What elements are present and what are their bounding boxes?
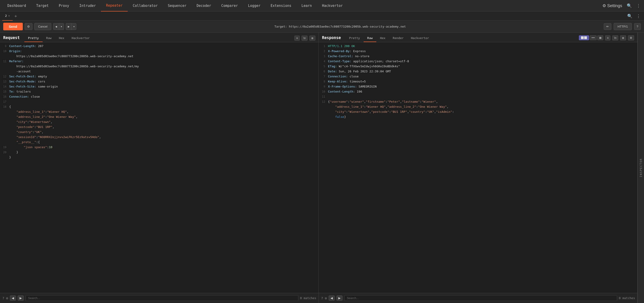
toolbar-right: ✏ HTTP/1 ? bbox=[604, 23, 641, 30]
response-gear-icon[interactable]: ⚙ bbox=[628, 35, 634, 40]
inspector-strip: INSPECTOR bbox=[638, 33, 644, 303]
table-row: 1 HTTP/1.1 200 OK bbox=[319, 44, 637, 49]
response-title: Response bbox=[322, 35, 341, 42]
table-row: 17 bbox=[0, 99, 318, 104]
table-row: 6 Date: Sun, 26 Feb 2023 22:39:04 GMT bbox=[319, 69, 637, 74]
nav-item-learn[interactable]: Learn bbox=[296, 0, 317, 11]
request-search-back-icon[interactable]: ◀ bbox=[10, 296, 16, 301]
request-panel: Request Pretty Raw Hex Hackvertor ≡ \n ≣… bbox=[0, 33, 319, 303]
layout-horizontal-icon[interactable]: ━━ bbox=[590, 35, 596, 40]
tab-bar-right: 🔍 ⋮ bbox=[626, 12, 642, 20]
response-tab-hackvertor[interactable]: Hackvertor bbox=[407, 35, 433, 42]
menu-button[interactable]: ⋮ bbox=[635, 2, 642, 9]
request-search-gear-icon[interactable]: ⚙ bbox=[6, 296, 8, 300]
response-wrap-icon[interactable]: ≣ bbox=[620, 35, 626, 40]
protocol-button[interactable]: HTTP/1 bbox=[614, 23, 632, 30]
layout-split-icon[interactable]: ⬜⬜ bbox=[579, 35, 589, 40]
response-search-bar: ? ⚙ ◀ ▶ 0 matches bbox=[319, 293, 637, 303]
toolbar-target: Target: https://0a2a005d03ae0ec7c0807732… bbox=[78, 25, 602, 28]
cancel-button[interactable]: Cancel bbox=[34, 23, 51, 30]
table-row: "postcode":"BU1 1RP", bbox=[0, 124, 318, 130]
request-format-icon[interactable]: ≡ bbox=[294, 36, 300, 41]
fwd-dropdown-icon[interactable]: ▾ bbox=[72, 23, 76, 30]
response-tab-pretty[interactable]: Pretty bbox=[346, 35, 364, 42]
table-row: 16 Connection: close bbox=[0, 94, 318, 99]
table-row: 14 Sec-Fetch-Site: same-origin bbox=[0, 84, 318, 89]
layout-buttons: ⬜⬜ ━━ ▦ bbox=[579, 35, 603, 40]
table-row: 8 Keep-Alive: timeout=5 bbox=[319, 79, 637, 84]
table-row: 13 Sec-Fetch-Mode: cors bbox=[0, 79, 318, 84]
response-search-gear-icon[interactable]: ⚙ bbox=[325, 296, 326, 300]
request-tab-pretty[interactable]: Pretty bbox=[24, 35, 42, 42]
tab-bar: 2 × + 🔍 ⋮ bbox=[0, 11, 644, 21]
request-newline-icon[interactable]: \n bbox=[302, 36, 308, 41]
table-row: 11 bbox=[319, 94, 637, 99]
nav-item-collaborator[interactable]: Collaborator bbox=[128, 0, 162, 11]
response-newline-icon[interactable]: \n bbox=[612, 35, 618, 40]
response-panel: Response Pretty Raw Hex Render Hackverto… bbox=[319, 33, 638, 303]
response-search-fwd-icon[interactable]: ▶ bbox=[336, 296, 342, 301]
add-tab-button[interactable]: + bbox=[13, 13, 19, 18]
back-button[interactable]: ◀ bbox=[53, 23, 59, 30]
response-tab-raw[interactable]: Raw bbox=[364, 35, 376, 42]
nav-item-intruder[interactable]: Intruder bbox=[74, 0, 101, 11]
nav-item-target[interactable]: Target bbox=[31, 0, 54, 11]
request-tab-hex[interactable]: Hex bbox=[55, 35, 68, 42]
nav-item-hackvertor[interactable]: Hackvertor bbox=[317, 0, 348, 11]
request-search-bar: ? ⚙ ◀ ▶ 0 matches bbox=[0, 293, 318, 303]
response-search-input[interactable] bbox=[344, 295, 617, 301]
nav-item-dashboard[interactable]: Dashboard bbox=[2, 0, 31, 11]
table-row: 5 ETag: W/"c4-TfXGwv5mIdwjvh6GKeI0oBDdk4… bbox=[319, 64, 637, 69]
request-wrap-icon[interactable]: ≣ bbox=[309, 36, 315, 41]
response-code-area[interactable]: 1 HTTP/1.1 200 OK 2 X-Powered-By: Expres… bbox=[319, 42, 637, 293]
response-tab-hex[interactable]: Hex bbox=[376, 35, 389, 42]
nav-fwd-group[interactable]: ▶ ▾ bbox=[66, 23, 76, 30]
edit-target-icon[interactable]: ✏ bbox=[604, 23, 611, 30]
back-dropdown-icon[interactable]: ▾ bbox=[59, 23, 64, 30]
table-row: 12 {"username":"wiener","firstname":"Pet… bbox=[319, 99, 637, 119]
table-row: 12 Sec-Fetch-Dest: empty bbox=[0, 74, 318, 79]
request-search-input[interactable] bbox=[26, 295, 298, 301]
send-button[interactable]: Send bbox=[3, 23, 23, 30]
nav-back-group[interactable]: ◀ ▾ bbox=[53, 23, 64, 30]
request-search-fwd-icon[interactable]: ▶ bbox=[18, 296, 24, 301]
nav-item-sequencer[interactable]: Sequencer bbox=[163, 0, 192, 11]
nav-right: ⚙ Settings 🔍 ⋮ bbox=[601, 2, 642, 9]
request-title: Request bbox=[3, 35, 20, 42]
fwd-button[interactable]: ▶ bbox=[66, 23, 72, 30]
tab-search-icon[interactable]: 🔍 bbox=[626, 12, 634, 20]
table-row: 10 Content-Length: 196 bbox=[319, 89, 637, 94]
search-icon-button[interactable]: 🔍 bbox=[626, 2, 633, 9]
nav-item-proxy[interactable]: Proxy bbox=[54, 0, 74, 11]
nav-item-extensions[interactable]: Extensions bbox=[266, 0, 296, 11]
table-row: 19 "json spaces":10 bbox=[0, 145, 318, 150]
response-help-circle-icon[interactable]: ? bbox=[321, 296, 323, 300]
repeater-tab-2[interactable]: 2 × bbox=[2, 11, 13, 21]
help-icon-button[interactable]: ? bbox=[634, 23, 641, 30]
inspector-label: INSPECTOR bbox=[640, 158, 642, 177]
response-header-right: ⬜⬜ ━━ ▦ ≡ \n ≣ ⚙ bbox=[579, 35, 634, 42]
nav-item-logger[interactable]: Logger bbox=[243, 0, 266, 11]
main-area: Request Pretty Raw Hex Hackvertor ≡ \n ≣… bbox=[0, 33, 644, 303]
response-format-icon[interactable]: ≡ bbox=[605, 35, 610, 40]
help-circle-icon[interactable]: ? bbox=[2, 296, 4, 300]
table-row: "city":"Wienertown", bbox=[0, 119, 318, 124]
tab-label: 2 bbox=[5, 14, 7, 17]
request-tab-raw[interactable]: Raw bbox=[42, 35, 55, 42]
request-code-area[interactable]: 9 Content-Length: 207 10 Origin: https:/… bbox=[0, 42, 318, 293]
response-match-count: 0 matches bbox=[619, 296, 635, 300]
nav-item-decoder[interactable]: Decoder bbox=[192, 0, 216, 11]
response-tab-render[interactable]: Render bbox=[389, 35, 407, 42]
gear-settings-button[interactable]: ⚙ bbox=[24, 23, 32, 30]
response-search-back-icon[interactable]: ◀ bbox=[329, 296, 335, 301]
layout-tab-icon[interactable]: ▦ bbox=[597, 35, 603, 40]
tab-close-icon[interactable]: × bbox=[8, 14, 10, 17]
response-panel-header: Response Pretty Raw Hex Render Hackverto… bbox=[319, 33, 637, 42]
nav-item-comparer[interactable]: Comparer bbox=[216, 0, 243, 11]
settings-button[interactable]: ⚙ Settings bbox=[601, 2, 623, 9]
request-tab-hackvertor[interactable]: Hackvertor bbox=[68, 35, 94, 42]
table-row: 3 Cache-Control: no-store bbox=[319, 54, 637, 59]
table-row: "address_line_2":"One Wiener Way", bbox=[0, 114, 318, 119]
tab-menu-icon[interactable]: ⋮ bbox=[635, 12, 642, 20]
nav-item-repeater[interactable]: Repeater bbox=[101, 0, 128, 11]
